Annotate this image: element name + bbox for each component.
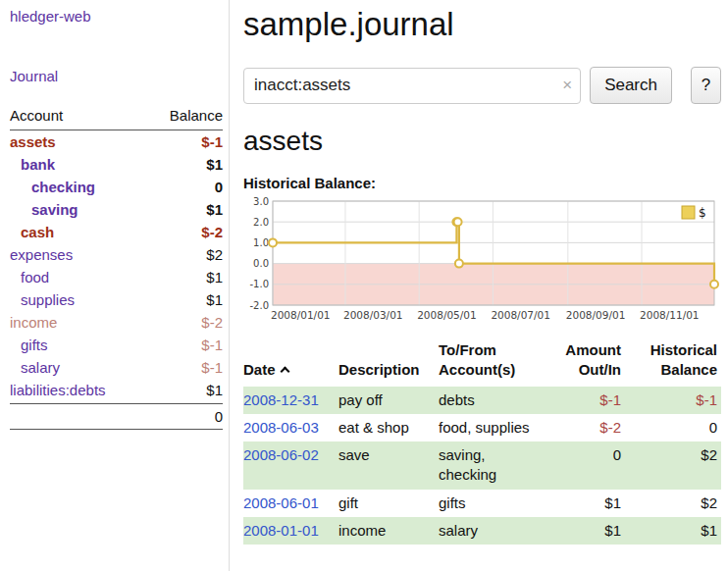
account-row: saving$1 bbox=[10, 198, 223, 221]
y-tick-label: 0.0 bbox=[253, 258, 269, 269]
account-link[interactable]: income bbox=[10, 314, 57, 331]
x-tick-label: 2008/11/01 bbox=[640, 309, 700, 321]
account-link[interactable]: checking bbox=[10, 179, 95, 195]
x-tick-label: 2008/01/01 bbox=[271, 309, 331, 321]
transaction-date-link[interactable]: 2008-12-31 bbox=[243, 391, 319, 408]
transaction-date-link[interactable]: 2008-06-03 bbox=[243, 419, 319, 436]
account-balance: $-1 bbox=[201, 359, 223, 376]
account-row: checking0 bbox=[10, 176, 223, 198]
transaction-amount: 0 bbox=[546, 441, 629, 490]
account-link[interactable]: supplies bbox=[10, 291, 75, 308]
x-tick-label: 2008/05/01 bbox=[417, 309, 477, 321]
search-input-wrap: × bbox=[243, 68, 581, 104]
transaction-balance: $2 bbox=[629, 490, 721, 517]
help-button[interactable]: ? bbox=[691, 67, 721, 104]
transaction-date-link[interactable]: 2008-06-01 bbox=[243, 494, 319, 511]
account-link[interactable]: food bbox=[10, 269, 49, 286]
y-tick-label: 1.0 bbox=[253, 237, 269, 248]
account-balance: $1 bbox=[206, 291, 223, 308]
accounts-list: assets$-1bank$1checking0saving$1cash$-2e… bbox=[10, 130, 223, 401]
search-bar: × Search ? bbox=[243, 67, 721, 104]
account-balance: $2 bbox=[206, 246, 223, 263]
transaction-row: 2008-06-03eat & shopfood, supplies$-20 bbox=[243, 414, 721, 441]
account-heading: assets bbox=[243, 126, 721, 157]
transaction-description: eat & shop bbox=[338, 414, 439, 441]
accounts-panel: Account Balance assets$-1bank$1checking0… bbox=[10, 104, 223, 430]
account-row: expenses$2 bbox=[10, 243, 223, 266]
account-link[interactable]: gifts bbox=[10, 337, 48, 353]
transaction-description: save bbox=[338, 441, 439, 490]
transaction-description: income bbox=[338, 517, 439, 545]
account-row: assets$-1 bbox=[10, 130, 223, 153]
account-balance: $1 bbox=[206, 269, 223, 286]
account-link[interactable]: salary bbox=[10, 359, 60, 376]
y-tick-label: 3.0 bbox=[253, 196, 269, 207]
account-link[interactable]: assets bbox=[10, 133, 56, 150]
account-balance: $-1 bbox=[201, 133, 223, 150]
col-header-amount: Amount Out/In bbox=[546, 338, 629, 387]
accounts-total-row: 0 bbox=[10, 403, 223, 430]
accounts-total-value: 0 bbox=[215, 408, 223, 425]
transaction-balance: $2 bbox=[629, 441, 721, 490]
col-header-date-label: Date bbox=[243, 361, 276, 378]
account-balance: 0 bbox=[215, 179, 223, 195]
data-point-marker bbox=[454, 218, 462, 226]
account-row: cash$-2 bbox=[10, 221, 223, 243]
transaction-accounts: gifts bbox=[439, 490, 546, 517]
account-link[interactable]: saving bbox=[10, 201, 78, 218]
account-balance: $-1 bbox=[201, 337, 223, 353]
accounts-header-row: Account Balance bbox=[10, 104, 223, 130]
nav-journal-link[interactable]: Journal bbox=[10, 68, 223, 84]
transaction-date-cell: 2008-06-03 bbox=[243, 414, 338, 441]
transaction-balance: $1 bbox=[629, 517, 721, 545]
account-link[interactable]: cash bbox=[10, 224, 54, 240]
transaction-amount: $1 bbox=[546, 517, 629, 545]
transaction-date-link[interactable]: 2008-06-02 bbox=[243, 446, 319, 463]
account-link[interactable]: liabilities:debts bbox=[10, 382, 106, 398]
accounts-header-balance: Balance bbox=[170, 107, 223, 124]
transaction-row: 2008-01-01incomesalary$1$1 bbox=[243, 517, 721, 545]
col-header-accounts: To/From Account(s) bbox=[439, 338, 546, 387]
transaction-row: 2008-12-31pay offdebts$-1$-1 bbox=[243, 387, 721, 414]
account-row: gifts$-1 bbox=[10, 334, 223, 356]
account-link[interactable]: bank bbox=[10, 156, 55, 173]
transaction-accounts: debts bbox=[439, 387, 546, 414]
transaction-date-cell: 2008-06-01 bbox=[243, 490, 338, 517]
account-row: bank$1 bbox=[10, 153, 223, 176]
transaction-description: gift bbox=[338, 490, 439, 517]
col-header-balance: Historical Balance bbox=[629, 338, 721, 387]
col-header-date[interactable]: Date bbox=[243, 338, 338, 387]
register-table: Date Description To/From Account(s) Amou… bbox=[243, 338, 721, 545]
transaction-date-cell: 2008-12-31 bbox=[243, 387, 338, 414]
balance-chart: 3.02.01.00.0-1.0-2.02008/01/012008/03/01… bbox=[243, 195, 721, 331]
y-tick-label: -2.0 bbox=[249, 300, 269, 311]
y-tick-label: 2.0 bbox=[253, 217, 269, 228]
brand-link[interactable]: hledger-web bbox=[10, 8, 223, 25]
transaction-amount: $-1 bbox=[546, 387, 629, 414]
main-content: sample.journal × Search ? assets Histori… bbox=[243, 0, 721, 545]
transaction-date-cell: 2008-06-02 bbox=[243, 441, 338, 490]
account-balance: $-2 bbox=[201, 224, 223, 240]
transaction-row: 2008-06-02savesaving, checking0$2 bbox=[243, 441, 721, 490]
account-link[interactable]: expenses bbox=[10, 246, 73, 263]
accounts-header-account: Account bbox=[10, 107, 63, 124]
account-balance: $1 bbox=[206, 201, 223, 218]
account-balance: $-2 bbox=[201, 314, 223, 331]
account-row: income$-2 bbox=[10, 311, 223, 334]
transaction-accounts: salary bbox=[439, 517, 546, 545]
transaction-amount: $-2 bbox=[546, 414, 629, 441]
search-input[interactable] bbox=[243, 68, 581, 104]
search-button[interactable]: Search bbox=[590, 67, 672, 104]
x-tick-label: 2008/07/01 bbox=[491, 309, 550, 321]
transaction-description: pay off bbox=[338, 387, 439, 414]
transaction-date-link[interactable]: 2008-01-01 bbox=[243, 522, 319, 539]
account-row: food$1 bbox=[10, 266, 223, 288]
legend-label: $ bbox=[699, 206, 706, 220]
account-row: salary$-1 bbox=[10, 356, 223, 379]
x-tick-label: 2008/09/01 bbox=[566, 309, 626, 321]
account-balance: $1 bbox=[206, 382, 223, 398]
y-tick-label: -1.0 bbox=[249, 279, 269, 289]
data-point-marker bbox=[269, 238, 277, 246]
clear-search-icon[interactable]: × bbox=[562, 76, 572, 95]
account-balance: $1 bbox=[206, 156, 223, 173]
